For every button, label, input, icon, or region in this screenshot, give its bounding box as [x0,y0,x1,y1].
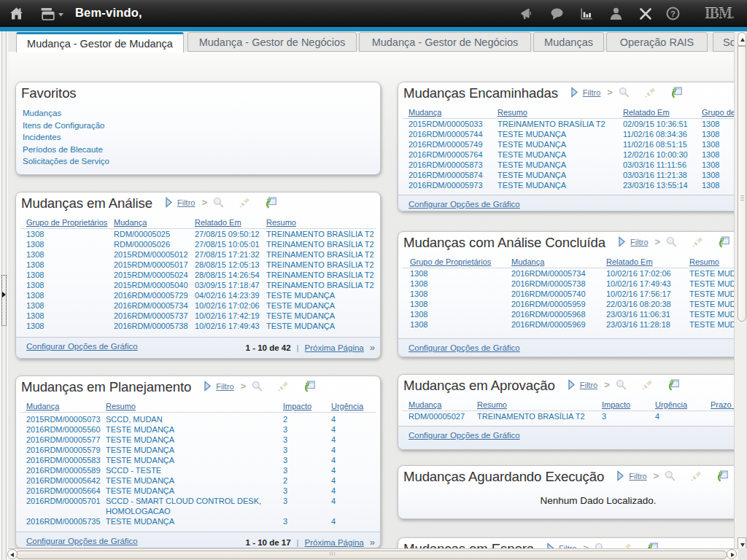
svg-text:?: ? [670,9,676,18]
